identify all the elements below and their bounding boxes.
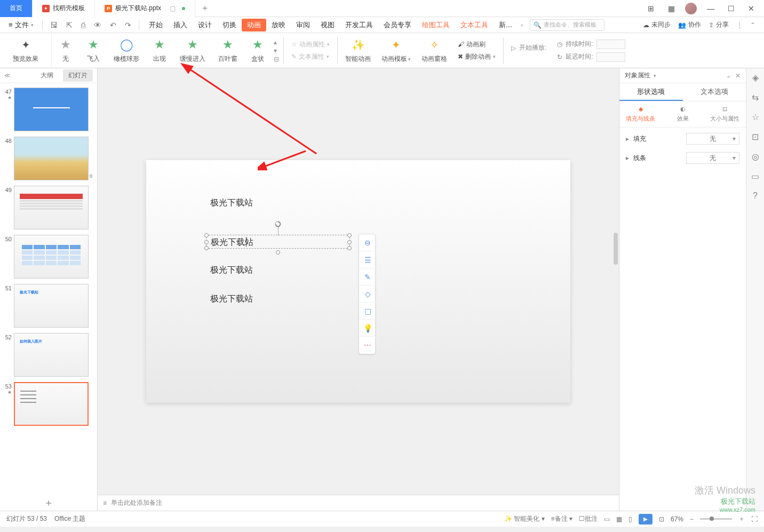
expand-icon[interactable]: ▸ — [626, 135, 629, 142]
tab-menu-icon[interactable]: ▢ — [170, 5, 176, 12]
tab-outline[interactable]: 大纲 — [35, 69, 59, 82]
handle-e[interactable] — [347, 240, 352, 244]
tab-home[interactable]: 首页 — [0, 0, 33, 17]
anim-brush-button[interactable]: 🖌动画刷 — [458, 40, 496, 49]
file-menu[interactable]: ≡ 文件 ▾ — [4, 19, 38, 31]
gallery-more-icon[interactable]: ⊟ — [274, 55, 279, 63]
tab-templates[interactable]: ✦ 找稻壳模板 — [33, 0, 95, 17]
tab-shape-options[interactable]: 形状选项 — [619, 83, 683, 101]
slideshow-button[interactable]: ▶ — [639, 514, 652, 525]
slide-thumbnail[interactable] — [14, 88, 89, 131]
minimize-icon[interactable]: — — [704, 4, 717, 13]
menu-开始[interactable]: 开始 — [144, 19, 168, 31]
more-icon[interactable]: ⋮ — [736, 21, 743, 29]
ft-layers-icon[interactable]: ☰ — [359, 251, 376, 268]
layout-icon[interactable]: ⊞ — [644, 4, 657, 13]
effect-百叶窗[interactable]: ★百叶窗 — [212, 37, 244, 63]
ft-idea-icon[interactable]: 💡 — [359, 320, 376, 337]
tab-text-options[interactable]: 文本选项 — [683, 83, 746, 101]
gallery-down-icon[interactable]: ▾ — [274, 47, 279, 54]
gallery-up-icon[interactable]: ▴ — [274, 38, 279, 46]
maximize-icon[interactable]: ☐ — [725, 4, 737, 13]
slide-thumbnail[interactable] — [14, 382, 89, 426]
subtab-fill[interactable]: ◆填充与线条 — [619, 101, 662, 127]
expand-icon[interactable]: ▸ — [626, 154, 629, 162]
rail-clip-icon[interactable]: ⊡ — [752, 132, 759, 142]
ft-frame-icon[interactable]: ▢ — [359, 303, 376, 320]
apps-icon[interactable]: ▦ — [665, 4, 678, 13]
print-icon[interactable]: ⎙ — [78, 21, 89, 29]
menu-动画[interactable]: 动画 — [242, 19, 266, 31]
slide-canvas[interactable]: 极光下载站 极光下载站 极光下载站 极光下载站 ⊖ — [146, 160, 570, 403]
effect-无[interactable]: ★无 — [52, 37, 79, 63]
handle-s[interactable] — [276, 250, 280, 255]
menu-设计[interactable]: 设计 — [193, 19, 217, 31]
effect-盒状[interactable]: ★盒状 — [244, 37, 272, 63]
menu-绘图工具[interactable]: 绘图工具 — [417, 19, 455, 31]
menu-放映[interactable]: 放映 — [266, 19, 291, 31]
preview-icon[interactable]: 👁 — [91, 21, 105, 29]
menu-新…[interactable]: 新… — [494, 19, 518, 31]
delay-input[interactable] — [596, 52, 625, 62]
unsync-button[interactable]: ☁未同步 — [643, 20, 671, 29]
text-prop-button[interactable]: ✎文本属性 ▾ — [291, 52, 330, 61]
view-sorter-icon[interactable]: ▦ — [616, 515, 622, 523]
search-input[interactable]: 🔍 查找命令、搜索模板 — [530, 19, 604, 31]
vertical-scrollbar[interactable] — [612, 68, 619, 479]
tab-slides[interactable]: 幻灯片 — [63, 69, 93, 82]
anim-prop-button[interactable]: ☆动画属性 ▾ — [291, 40, 330, 49]
close-icon[interactable]: ✕ — [745, 4, 758, 13]
duration-input[interactable] — [596, 39, 625, 49]
ft-more-icon[interactable]: ⋯ — [359, 337, 376, 354]
rail-assistant-icon[interactable]: ◈ — [752, 73, 759, 83]
fill-select[interactable]: 无 — [686, 133, 739, 145]
menu-prev-icon[interactable]: ‹ — [520, 21, 524, 29]
anim-pane-button[interactable]: ✧动画窗格 — [416, 37, 452, 63]
collapse-ribbon-icon[interactable]: ⌃ — [750, 21, 755, 29]
close-props-icon[interactable]: ✕ — [735, 72, 741, 80]
ft-pen-icon[interactable]: ✎ — [359, 268, 376, 285]
text-line-3[interactable]: 极光下载站 — [210, 265, 253, 276]
subtab-effect[interactable]: ◐效果 — [662, 101, 704, 127]
menu-切换[interactable]: 切换 — [217, 19, 242, 31]
fit-icon[interactable]: ⊡ — [659, 515, 664, 523]
slide-thumbnail[interactable]: 如何插入图片 — [14, 333, 89, 377]
slide-thumbnail[interactable] — [14, 235, 89, 279]
rotation-handle-icon[interactable] — [274, 220, 282, 229]
menu-会员专享[interactable]: 会员专享 — [378, 19, 417, 31]
zoom-out-icon[interactable]: − — [690, 515, 694, 523]
handle-sw[interactable] — [204, 246, 209, 250]
effect-出现[interactable]: ★出现 — [146, 37, 173, 63]
handle-nw[interactable] — [204, 233, 209, 237]
rail-settings-icon[interactable]: ⇆ — [752, 92, 759, 102]
collab-button[interactable]: 👥协作 — [678, 20, 701, 29]
view-normal-icon[interactable]: ▭ — [604, 515, 610, 523]
delete-anim-button[interactable]: ✖删除动画 ▾ — [458, 52, 496, 61]
text-line-4[interactable]: 极光下载站 — [210, 293, 253, 305]
rail-star-icon[interactable]: ☆ — [752, 112, 759, 122]
share-button[interactable]: ⇪分享 — [709, 20, 729, 29]
beautify-button[interactable]: ✨ 智能美化 ▾ — [504, 514, 545, 523]
fullscreen-icon[interactable]: ⛶ — [751, 515, 758, 523]
scrollbar-thumb[interactable] — [614, 233, 618, 265]
line-select[interactable]: 无 — [686, 152, 739, 164]
notes-bar[interactable]: ≡ 单击此处添加备注 — [98, 495, 619, 511]
slide-thumbnail[interactable]: 极光下载站 — [14, 284, 89, 328]
preview-button[interactable]: ✦ 预览效果 — [7, 37, 44, 63]
handle-w[interactable] — [204, 240, 209, 244]
add-slide-button[interactable]: ＋ — [0, 495, 97, 511]
effect-缓慢进入[interactable]: ★缓慢进入 — [173, 37, 212, 63]
zoom-in-icon[interactable]: ＋ — [738, 514, 745, 523]
menu-审阅[interactable]: 审阅 — [291, 19, 315, 31]
effect-橄榄球形[interactable]: ◯橄榄球形 — [107, 37, 146, 63]
menu-文本工具[interactable]: 文本工具 — [455, 19, 494, 31]
ft-fill-icon[interactable]: ◇ — [359, 285, 376, 303]
subtab-size[interactable]: ⊡大小与属性 — [704, 101, 746, 127]
selected-textbox[interactable]: 极光下载站 — [206, 235, 350, 249]
zoom-slider[interactable] — [700, 518, 732, 520]
tab-file[interactable]: P 极光下载站.pptx ▢ — [95, 0, 195, 17]
export-icon[interactable]: ⇱ — [63, 21, 76, 29]
zoom-value[interactable]: 67% — [671, 515, 683, 523]
undo-icon[interactable]: ↶ — [107, 21, 120, 29]
slide-thumbnail[interactable] — [14, 186, 89, 229]
